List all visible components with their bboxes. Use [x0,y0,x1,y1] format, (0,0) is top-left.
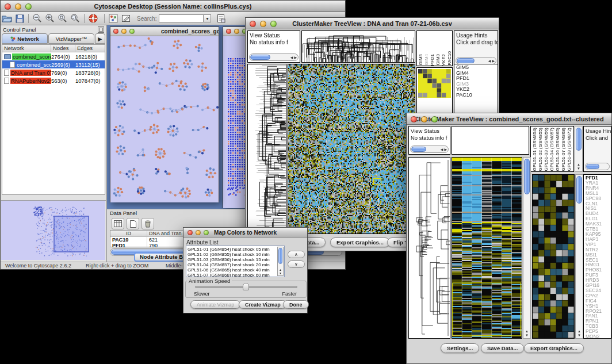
network-overview-icon[interactable] [107,13,120,24]
tab-network[interactable]: Network [2,33,48,44]
minimize-button[interactable] [196,230,201,235]
scrollbar-arrows[interactable]: ◀▶ [441,146,447,152]
close-button[interactable] [5,3,11,10]
scrollbar-arrows[interactable]: ▲▼ [576,329,583,338]
tv2-settings-button[interactable]: Settings... [441,343,479,353]
tv1-heatmap-canvas[interactable] [288,64,415,233]
tv2-save-data-button[interactable]: Save Data... [481,343,524,353]
tv1-export-graphics-button[interactable]: Export Graphics... [330,237,390,247]
move-down-button[interactable]: ∨ [288,260,305,268]
tv2-row-dendrogram-canvas[interactable] [409,158,450,338]
scrollbar-thumb[interactable] [576,128,582,151]
attribute-list-item[interactable]: GPL51-06 (GSM865) heat shock 40 min [188,267,283,273]
treeview1-titlebar[interactable]: ClusterMaker TreeView : DNA and Tran 07-… [246,18,499,29]
scrollbar-arrows[interactable]: ◀▶ [290,54,297,60]
scrollbar-arrows[interactable]: ▲▼ [278,268,283,275]
tv2-main-vscrollbar[interactable]: ▲▼ [523,157,531,339]
scrollbar-thumb[interactable] [278,248,282,264]
tv2-zoom-heatmap-canvas[interactable] [533,175,574,338]
attribute-list-item[interactable]: GPL51-01 (GSM854) heat shock 05 min [188,247,283,252]
tv2-status-hscrollbar[interactable]: ◀▶ [410,145,449,153]
tv2-usage-hscrollbar[interactable] [585,163,610,170]
zoom-button[interactable] [25,3,32,10]
column-label[interactable]: GPL51-06 (GSM865) [555,128,561,171]
column-label[interactable]: PFD1 [430,54,435,66]
save-icon[interactable] [13,13,26,24]
column-label[interactable]: GPL51-01 (GSM854) [532,128,538,171]
notes-icon[interactable] [215,13,227,24]
column-label[interactable]: GIM3 [435,54,441,66]
scrollbar-arrows[interactable]: ◀▶ [488,58,495,64]
column-label[interactable]: YKE2 [441,54,447,66]
help-lifering-icon[interactable] [87,13,100,24]
tv1-zoom-heatmap-canvas[interactable] [418,69,451,98]
tv2-heatmap-canvas[interactable] [452,158,522,338]
network-canvas[interactable] [110,36,219,202]
tv2-labels-vscrollbar[interactable]: ▲▼ [575,126,583,172]
tv1-status-hscrollbar[interactable]: ◀▶ [249,53,299,61]
zoom-out-icon[interactable] [31,13,44,24]
close-button[interactable] [250,21,256,27]
network-window1-titlebar[interactable]: combined_scores_good.txt--cluste... [110,27,219,36]
animation-slider-thumb[interactable] [243,283,249,290]
delete-attribute-icon[interactable] [141,218,154,229]
tv2-zoom-vscrollbar[interactable]: ▲▼ [575,174,583,339]
network-row[interactable]: combined_scores2764(0)16218(0) [2,52,105,60]
close-button[interactable] [113,29,118,34]
animate-vizmap-button[interactable]: Animate Vizmap [190,300,240,309]
attribute-list-vscrollbar[interactable]: ▲▼ [277,247,284,276]
zoom-button[interactable] [129,29,135,34]
column-label[interactable]: GPL51-08 (GSM872) [567,128,572,171]
minimize-button[interactable] [234,29,239,34]
column-label[interactable]: GIM4 [424,54,430,66]
minimize-button[interactable] [421,116,427,122]
attribute-listbox[interactable]: GPL51-01 (GSM854) heat shock 05 minGPL51… [186,246,285,277]
network-row[interactable]: combined_sco2569(6)13112(15) [2,60,105,68]
tv1-column-dendrogram-canvas[interactable] [302,31,415,62]
move-up-button[interactable]: ∧ [288,251,305,258]
tv1-row-dendrogram-canvas[interactable] [248,64,286,233]
column-label[interactable]: GPL51-03 (GSM856) [544,128,549,171]
attribute-list-item[interactable]: GPL51-02 (GSM855) heat shock 10 min [188,252,283,257]
search-dropdown-arrow[interactable]: ▼ [204,14,211,22]
gene-label[interactable]: MON2 [586,334,611,339]
scrollbar-thumb[interactable] [250,55,270,60]
birdseye-canvas[interactable] [1,201,105,260]
zoom-button[interactable] [431,116,438,122]
scrollbar-thumb[interactable] [524,159,530,194]
zoom-button[interactable] [204,230,209,235]
column-label[interactable]: GPL51-07 (GSM868) [561,128,567,171]
minimize-button[interactable] [260,21,266,27]
open-icon[interactable] [1,13,13,24]
minimize-button[interactable] [15,3,21,10]
zoom-selected-icon[interactable] [56,13,69,24]
dialog-titlebar[interactable]: Map Colors to Network [183,228,307,237]
zoom-in-icon[interactable] [44,13,56,24]
close-button[interactable] [226,29,231,34]
create-vizmap-button[interactable]: Create Vizmap [239,300,287,309]
tab-overflow-arrow[interactable]: ▶ [95,33,105,44]
scrollbar-thumb[interactable] [576,176,582,204]
zoom-button[interactable] [270,21,277,27]
treeview2-titlebar[interactable]: ClusterMaker TreeView : combined_scores_… [407,113,611,125]
new-attribute-icon[interactable] [127,218,139,229]
attribute-list-item[interactable]: GPL51-07 (GSM868) heat shock 60 min [188,273,283,277]
column-label[interactable]: GPL51-04 (GSM857) [549,128,555,171]
select-attributes-icon[interactable] [112,218,124,229]
float-panel-icon[interactable] [98,26,104,33]
annotation-icon[interactable] [120,13,132,24]
main-titlebar[interactable]: Cytoscape Desktop (Session Name: collins… [1,1,345,12]
gene-label[interactable]: PAC10 [456,93,498,98]
close-button[interactable] [188,230,193,235]
minimize-button[interactable] [121,29,127,34]
network-row[interactable]: DNA and Tran 07769(0)183728(0) [2,68,105,76]
close-button[interactable] [411,116,417,122]
tv2-export-graphics-button[interactable]: Export Graphics... [524,343,584,353]
attribute-list-item[interactable]: GPL51-03 (GSM856) heat shock 15 min [188,257,283,262]
scrollbar-arrows[interactable]: ▲▼ [523,329,530,338]
scrollbar-arrows[interactable]: ▲▼ [575,163,582,171]
tab-vizmapper[interactable]: VizMapper™ [48,33,94,44]
network-row[interactable]: RNAPuberNov2+563(0)107847(0) [2,76,105,85]
scrollbar-thumb[interactable] [457,58,475,63]
scrollbar-thumb[interactable] [586,164,599,169]
